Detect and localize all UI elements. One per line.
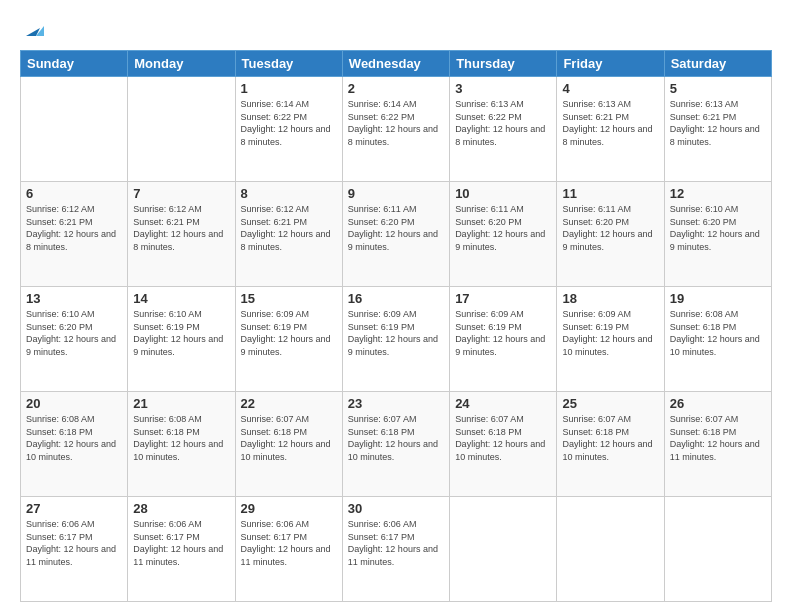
day-number: 23 (348, 396, 444, 411)
calendar-cell: 10Sunrise: 6:11 AM Sunset: 6:20 PM Dayli… (450, 182, 557, 287)
day-info: Sunrise: 6:10 AM Sunset: 6:20 PM Dayligh… (670, 203, 766, 253)
calendar-cell: 21Sunrise: 6:08 AM Sunset: 6:18 PM Dayli… (128, 392, 235, 497)
calendar-cell: 30Sunrise: 6:06 AM Sunset: 6:17 PM Dayli… (342, 497, 449, 602)
logo (20, 18, 44, 40)
day-number: 22 (241, 396, 337, 411)
day-info: Sunrise: 6:07 AM Sunset: 6:18 PM Dayligh… (562, 413, 658, 463)
calendar-cell: 16Sunrise: 6:09 AM Sunset: 6:19 PM Dayli… (342, 287, 449, 392)
calendar-cell: 27Sunrise: 6:06 AM Sunset: 6:17 PM Dayli… (21, 497, 128, 602)
calendar-cell: 12Sunrise: 6:10 AM Sunset: 6:20 PM Dayli… (664, 182, 771, 287)
day-info: Sunrise: 6:09 AM Sunset: 6:19 PM Dayligh… (455, 308, 551, 358)
day-info: Sunrise: 6:08 AM Sunset: 6:18 PM Dayligh… (26, 413, 122, 463)
calendar-cell: 15Sunrise: 6:09 AM Sunset: 6:19 PM Dayli… (235, 287, 342, 392)
calendar-cell: 5Sunrise: 6:13 AM Sunset: 6:21 PM Daylig… (664, 77, 771, 182)
calendar-cell (128, 77, 235, 182)
day-info: Sunrise: 6:13 AM Sunset: 6:21 PM Dayligh… (670, 98, 766, 148)
calendar-cell: 11Sunrise: 6:11 AM Sunset: 6:20 PM Dayli… (557, 182, 664, 287)
day-info: Sunrise: 6:13 AM Sunset: 6:21 PM Dayligh… (562, 98, 658, 148)
day-info: Sunrise: 6:14 AM Sunset: 6:22 PM Dayligh… (241, 98, 337, 148)
calendar-cell: 2Sunrise: 6:14 AM Sunset: 6:22 PM Daylig… (342, 77, 449, 182)
calendar-cell: 26Sunrise: 6:07 AM Sunset: 6:18 PM Dayli… (664, 392, 771, 497)
calendar-cell: 17Sunrise: 6:09 AM Sunset: 6:19 PM Dayli… (450, 287, 557, 392)
column-header-friday: Friday (557, 51, 664, 77)
day-number: 13 (26, 291, 122, 306)
day-info: Sunrise: 6:14 AM Sunset: 6:22 PM Dayligh… (348, 98, 444, 148)
day-number: 16 (348, 291, 444, 306)
day-number: 21 (133, 396, 229, 411)
day-number: 11 (562, 186, 658, 201)
logo-icon (22, 18, 44, 40)
day-number: 25 (562, 396, 658, 411)
day-info: Sunrise: 6:12 AM Sunset: 6:21 PM Dayligh… (26, 203, 122, 253)
day-number: 8 (241, 186, 337, 201)
calendar-cell (450, 497, 557, 602)
calendar-cell: 1Sunrise: 6:14 AM Sunset: 6:22 PM Daylig… (235, 77, 342, 182)
day-number: 20 (26, 396, 122, 411)
day-info: Sunrise: 6:07 AM Sunset: 6:18 PM Dayligh… (670, 413, 766, 463)
page: SundayMondayTuesdayWednesdayThursdayFrid… (0, 0, 792, 612)
day-info: Sunrise: 6:09 AM Sunset: 6:19 PM Dayligh… (241, 308, 337, 358)
day-info: Sunrise: 6:11 AM Sunset: 6:20 PM Dayligh… (455, 203, 551, 253)
calendar-cell: 25Sunrise: 6:07 AM Sunset: 6:18 PM Dayli… (557, 392, 664, 497)
day-number: 2 (348, 81, 444, 96)
column-header-tuesday: Tuesday (235, 51, 342, 77)
calendar-cell: 13Sunrise: 6:10 AM Sunset: 6:20 PM Dayli… (21, 287, 128, 392)
day-number: 1 (241, 81, 337, 96)
day-number: 28 (133, 501, 229, 516)
day-number: 19 (670, 291, 766, 306)
calendar-week-1: 1Sunrise: 6:14 AM Sunset: 6:22 PM Daylig… (21, 77, 772, 182)
calendar-cell: 14Sunrise: 6:10 AM Sunset: 6:19 PM Dayli… (128, 287, 235, 392)
day-info: Sunrise: 6:06 AM Sunset: 6:17 PM Dayligh… (26, 518, 122, 568)
calendar-cell (557, 497, 664, 602)
day-number: 3 (455, 81, 551, 96)
day-number: 10 (455, 186, 551, 201)
day-info: Sunrise: 6:12 AM Sunset: 6:21 PM Dayligh… (133, 203, 229, 253)
day-number: 4 (562, 81, 658, 96)
day-info: Sunrise: 6:08 AM Sunset: 6:18 PM Dayligh… (670, 308, 766, 358)
column-header-monday: Monday (128, 51, 235, 77)
calendar-cell: 18Sunrise: 6:09 AM Sunset: 6:19 PM Dayli… (557, 287, 664, 392)
day-number: 26 (670, 396, 766, 411)
calendar-week-5: 27Sunrise: 6:06 AM Sunset: 6:17 PM Dayli… (21, 497, 772, 602)
day-number: 9 (348, 186, 444, 201)
day-info: Sunrise: 6:12 AM Sunset: 6:21 PM Dayligh… (241, 203, 337, 253)
day-info: Sunrise: 6:06 AM Sunset: 6:17 PM Dayligh… (133, 518, 229, 568)
calendar-cell: 8Sunrise: 6:12 AM Sunset: 6:21 PM Daylig… (235, 182, 342, 287)
calendar-cell: 7Sunrise: 6:12 AM Sunset: 6:21 PM Daylig… (128, 182, 235, 287)
calendar-cell (664, 497, 771, 602)
day-number: 5 (670, 81, 766, 96)
calendar-week-2: 6Sunrise: 6:12 AM Sunset: 6:21 PM Daylig… (21, 182, 772, 287)
day-number: 18 (562, 291, 658, 306)
calendar-cell: 3Sunrise: 6:13 AM Sunset: 6:22 PM Daylig… (450, 77, 557, 182)
day-info: Sunrise: 6:07 AM Sunset: 6:18 PM Dayligh… (241, 413, 337, 463)
day-info: Sunrise: 6:06 AM Sunset: 6:17 PM Dayligh… (348, 518, 444, 568)
day-info: Sunrise: 6:06 AM Sunset: 6:17 PM Dayligh… (241, 518, 337, 568)
day-number: 27 (26, 501, 122, 516)
calendar-cell: 4Sunrise: 6:13 AM Sunset: 6:21 PM Daylig… (557, 77, 664, 182)
day-info: Sunrise: 6:07 AM Sunset: 6:18 PM Dayligh… (348, 413, 444, 463)
logo-text (20, 18, 44, 40)
column-header-thursday: Thursday (450, 51, 557, 77)
day-info: Sunrise: 6:10 AM Sunset: 6:20 PM Dayligh… (26, 308, 122, 358)
calendar-cell: 23Sunrise: 6:07 AM Sunset: 6:18 PM Dayli… (342, 392, 449, 497)
day-number: 6 (26, 186, 122, 201)
calendar-table: SundayMondayTuesdayWednesdayThursdayFrid… (20, 50, 772, 602)
column-header-sunday: Sunday (21, 51, 128, 77)
day-number: 24 (455, 396, 551, 411)
calendar-cell: 19Sunrise: 6:08 AM Sunset: 6:18 PM Dayli… (664, 287, 771, 392)
calendar-week-4: 20Sunrise: 6:08 AM Sunset: 6:18 PM Dayli… (21, 392, 772, 497)
day-number: 7 (133, 186, 229, 201)
calendar-cell: 28Sunrise: 6:06 AM Sunset: 6:17 PM Dayli… (128, 497, 235, 602)
calendar-cell: 9Sunrise: 6:11 AM Sunset: 6:20 PM Daylig… (342, 182, 449, 287)
calendar-header-row: SundayMondayTuesdayWednesdayThursdayFrid… (21, 51, 772, 77)
day-number: 17 (455, 291, 551, 306)
day-number: 29 (241, 501, 337, 516)
calendar-cell: 29Sunrise: 6:06 AM Sunset: 6:17 PM Dayli… (235, 497, 342, 602)
day-info: Sunrise: 6:11 AM Sunset: 6:20 PM Dayligh… (348, 203, 444, 253)
calendar-cell: 24Sunrise: 6:07 AM Sunset: 6:18 PM Dayli… (450, 392, 557, 497)
column-header-saturday: Saturday (664, 51, 771, 77)
day-info: Sunrise: 6:10 AM Sunset: 6:19 PM Dayligh… (133, 308, 229, 358)
calendar-cell: 22Sunrise: 6:07 AM Sunset: 6:18 PM Dayli… (235, 392, 342, 497)
calendar-cell (21, 77, 128, 182)
day-info: Sunrise: 6:08 AM Sunset: 6:18 PM Dayligh… (133, 413, 229, 463)
